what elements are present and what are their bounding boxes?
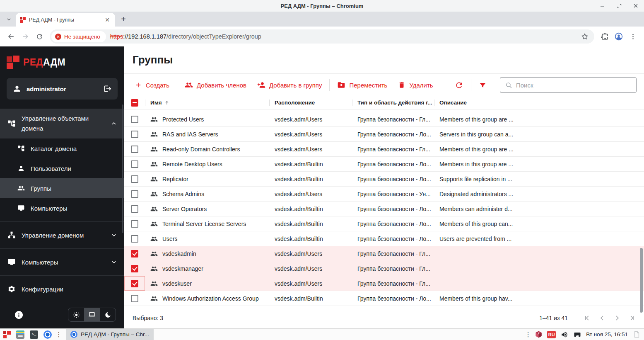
add-to-group-button[interactable]: Добавить в группу (252, 78, 328, 92)
extensions-icon[interactable] (598, 29, 612, 44)
next-page-icon[interactable] (612, 313, 622, 323)
sidebar-item-computers[interactable]: Компьютеры (0, 252, 124, 272)
column-header-location[interactable]: Расположение (269, 100, 352, 106)
row-checkbox[interactable] (131, 220, 138, 228)
security-chip[interactable]: ✕ Не защищено (51, 31, 106, 42)
search-box[interactable] (500, 77, 637, 93)
row-checkbox[interactable] (131, 116, 138, 123)
table-row[interactable]: Server Operators vsdesk.adm/Builtin Груп… (124, 202, 644, 216)
group-name: vsdeskmanager (162, 265, 203, 272)
create-button[interactable]: Создать (129, 78, 175, 92)
add-members-button[interactable]: Добавить членов (179, 78, 252, 92)
search-input[interactable] (516, 82, 631, 89)
row-checkbox[interactable] (131, 295, 138, 302)
user-card[interactable]: administrator (7, 78, 118, 100)
column-header-name[interactable]: Имя (145, 100, 269, 106)
table-row[interactable]: Schema Admins vsdesk.adm/Users Группа бе… (124, 187, 644, 202)
table-row[interactable]: Remote Desktop Users vsdesk.adm/Builtin … (124, 157, 644, 172)
clipboard-icon[interactable] (632, 330, 641, 339)
group-name: Users (162, 236, 178, 242)
move-button[interactable]: Переместить (332, 78, 393, 92)
row-checkbox[interactable] (131, 265, 138, 272)
table-row[interactable]: vsdeskuser vsdesk.adm/Users Группа безоп… (124, 276, 644, 291)
row-checkbox[interactable] (131, 160, 138, 168)
table-row[interactable]: Windows Authorization Access Group vsdes… (124, 291, 644, 306)
table-row[interactable]: Terminal Server License Servers vsdesk.a… (124, 216, 644, 231)
action-bar: Создать Добавить членов Добавить в групп… (124, 74, 644, 96)
back-icon[interactable] (4, 29, 18, 44)
file-manager-icon[interactable] (16, 330, 24, 339)
sidebar-item-computers-sub[interactable]: Компьютеры (0, 198, 124, 218)
row-checkbox[interactable] (131, 190, 138, 198)
software-center-icon[interactable] (534, 330, 543, 339)
system-theme-icon[interactable] (84, 308, 100, 321)
sidebar-item-configurations[interactable]: Конфигурации (0, 279, 124, 299)
sidebar-item-users[interactable]: Пользователи (0, 158, 124, 178)
browser-menu-icon[interactable] (626, 29, 640, 44)
forward-icon[interactable] (18, 29, 32, 44)
table-row[interactable]: vsdeskadmin vsdesk.adm/Users Группа безо… (124, 246, 644, 261)
search-icon (505, 82, 512, 89)
sidebar-item-domain-management[interactable]: Управление доменом (0, 225, 124, 245)
monitor-icon (7, 258, 16, 266)
divider (0, 275, 124, 276)
column-header-description[interactable]: Описание (434, 100, 515, 106)
group-description: Users are prevented from ... (434, 236, 515, 242)
bookmark-star-icon[interactable] (579, 33, 591, 40)
row-checkbox[interactable] (131, 175, 138, 183)
delete-button[interactable]: Удалить (393, 78, 438, 92)
row-checkbox[interactable] (131, 235, 138, 243)
url-bar[interactable]: ✕ Не защищено https://192.168.1.187/dire… (50, 29, 594, 44)
table-row[interactable]: vsdeskmanager vsdesk.adm/Users Группа бе… (124, 261, 644, 276)
column-header-type[interactable]: Тип и область действия г... (352, 100, 434, 106)
row-checkbox[interactable] (131, 131, 138, 138)
select-all-checkbox[interactable] (131, 99, 138, 107)
filter-icon[interactable] (473, 78, 492, 92)
sidebar-item-groups[interactable]: Группы (0, 178, 124, 198)
info-icon[interactable] (14, 310, 24, 320)
desktop: РЕД АДМ - Группы – Chromium РЕД АДМ - Гр… (0, 0, 644, 340)
close-icon[interactable] (632, 2, 639, 9)
logout-icon[interactable] (104, 85, 112, 93)
tab-search-icon[interactable] (3, 14, 14, 24)
table-row[interactable]: Read-only Domain Controllers vsdesk.adm/… (124, 142, 644, 157)
sidebar-scrollbar[interactable] (122, 104, 123, 233)
row-checkbox[interactable] (131, 146, 138, 153)
table-row[interactable]: RAS and IAS Servers vsdesk.adm/Users Гру… (124, 127, 644, 142)
network-icon[interactable] (573, 330, 581, 339)
active-task[interactable]: РЕД АДМ - Группы – Chr... (66, 329, 154, 340)
row-checkbox[interactable] (131, 250, 138, 257)
divider (0, 221, 124, 222)
table-row[interactable]: Replicator vsdesk.adm/Builtin Группа без… (124, 172, 644, 187)
browser-tab[interactable]: РЕД АДМ - Группы ✕ (16, 13, 115, 27)
sidebar-item-domain-catalog[interactable]: Каталог домена (0, 138, 124, 158)
restore-icon[interactable] (616, 2, 622, 9)
group-description: Members of this group can... (434, 221, 515, 227)
terminal-icon[interactable]: >_ (30, 330, 38, 339)
volume-icon[interactable] (560, 330, 569, 339)
last-page-icon[interactable] (627, 313, 637, 323)
row-checkbox[interactable] (131, 205, 138, 213)
keyboard-layout-badge[interactable]: RU (547, 331, 556, 338)
minimize-icon[interactable] (599, 2, 606, 9)
row-checkbox[interactable] (131, 280, 138, 287)
profile-icon[interactable] (612, 29, 626, 44)
monitor-icon (17, 204, 25, 212)
new-tab-button[interactable]: + (118, 13, 129, 25)
light-theme-icon[interactable] (68, 308, 84, 321)
tab-title: РЕД АДМ - Группы (29, 17, 100, 23)
tab-close-icon[interactable]: ✕ (104, 16, 111, 24)
prev-page-icon[interactable] (597, 313, 608, 323)
refresh-icon[interactable] (449, 78, 469, 92)
table-scrollbar[interactable] (640, 248, 643, 313)
taskbar-separator: ⋮ (57, 331, 60, 338)
clock[interactable]: Вт ноя 25, 16:51 (586, 331, 628, 338)
reload-icon[interactable] (32, 29, 46, 44)
sidebar-item-domain-objects[interactable]: Управление объектами домена (0, 109, 124, 138)
first-page-icon[interactable] (582, 313, 593, 323)
table-row[interactable]: Users vsdesk.adm/Builtin Группа безопасн… (124, 231, 644, 246)
chromium-icon[interactable] (43, 330, 52, 339)
dark-theme-icon[interactable] (100, 308, 116, 321)
table-row[interactable]: Protected Users vsdesk.adm/Users Группа … (124, 112, 644, 127)
start-menu-icon[interactable] (3, 331, 11, 338)
